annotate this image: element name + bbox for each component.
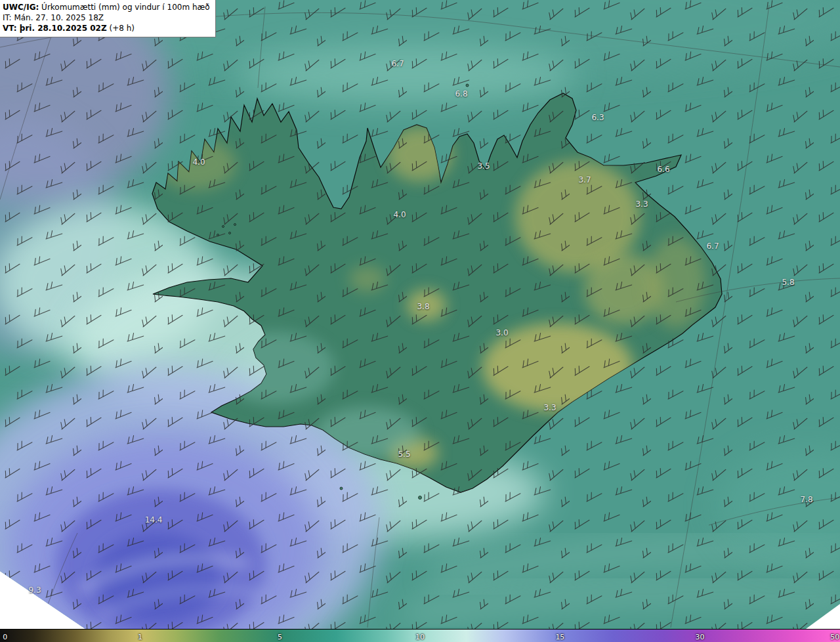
model-id: UWC/IG: <box>3 3 39 12</box>
product-description: Úrkomumætti (mm) og vindur í 100m hæð <box>39 3 209 12</box>
colorbar-tick-label: 30 <box>696 633 705 641</box>
colorbar: 01510153050 <box>0 629 840 642</box>
init-time-line: IT: Mán. 27. 10. 2025 18Z <box>3 12 210 23</box>
valid-time-line: VT: þri. 28.10.2025 02Z (+8 h) <box>3 23 210 33</box>
model-product-line: UWC/IG: Úrkomumætti (mm) og vindur í 100… <box>3 2 210 12</box>
colorbar-tick-label: 50 <box>830 633 839 641</box>
wind-barbs-layer <box>0 0 840 629</box>
colorbar-tick-label: 15 <box>555 633 564 641</box>
colorbar-tick-label: 0 <box>3 633 7 641</box>
weather-map-page: 6.76.86.34.03.53.76.63.34.06.75.83.83.03… <box>0 0 840 642</box>
colorbar-tick-label: 10 <box>415 633 425 641</box>
colorbar-tick-label: 1 <box>138 633 142 641</box>
colorbar-tick-label: 5 <box>278 633 282 641</box>
valid-time: VT: þri. 28.10.2025 02Z <box>3 24 107 33</box>
lead-time: (+8 h) <box>107 24 135 33</box>
map-title-box: UWC/IG: Úrkomumætti (mm) og vindur í 100… <box>0 0 216 37</box>
map-canvas <box>0 0 840 629</box>
